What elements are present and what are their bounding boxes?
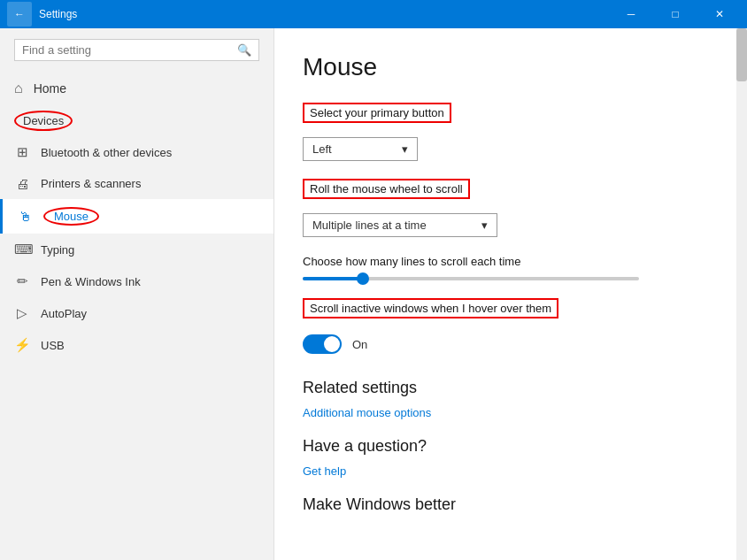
search-box[interactable]: 🔍 bbox=[14, 39, 259, 61]
sidebar-item-label: Pen & Windows Ink bbox=[41, 275, 141, 288]
slider-track bbox=[303, 277, 639, 280]
sidebar-item-autoplay[interactable]: ▷ AutoPlay bbox=[0, 297, 273, 329]
chevron-down-icon: ▾ bbox=[402, 142, 408, 156]
lines-label: Choose how many lines to scroll each tim… bbox=[303, 255, 712, 268]
scroll-chevron-icon: ▾ bbox=[481, 219, 488, 232]
home-icon: ⌂ bbox=[14, 81, 23, 96]
sidebar: 🔍 ⌂ Home Devices ⊞ Bluetooth & other dev… bbox=[0, 28, 274, 560]
sidebar-item-bluetooth[interactable]: ⊞ Bluetooth & other devices bbox=[0, 136, 273, 168]
home-label: Home bbox=[34, 81, 66, 96]
scroll-lines-slider[interactable] bbox=[303, 277, 639, 280]
scrollbar-track bbox=[736, 28, 747, 560]
minimize-icon: ─ bbox=[628, 8, 635, 20]
additional-mouse-options-link[interactable]: Additional mouse options bbox=[303, 406, 712, 419]
slider-fill bbox=[303, 277, 363, 280]
get-help-link[interactable]: Get help bbox=[303, 464, 712, 478]
primary-button-value: Left bbox=[312, 142, 332, 156]
toggle-knob bbox=[324, 336, 340, 352]
sidebar-item-mouse[interactable]: 🖱 Mouse bbox=[0, 199, 273, 234]
search-input[interactable] bbox=[22, 43, 237, 57]
toggle-status: On bbox=[352, 338, 367, 351]
back-icon: ← bbox=[14, 8, 25, 20]
main-layout: 🔍 ⌂ Home Devices ⊞ Bluetooth & other dev… bbox=[0, 28, 747, 560]
sidebar-item-home[interactable]: ⌂ Home bbox=[0, 72, 273, 105]
sidebar-item-usb[interactable]: ⚡ USB bbox=[0, 329, 273, 361]
typing-icon: ⌨ bbox=[14, 242, 30, 257]
search-icon: 🔍 bbox=[237, 43, 251, 57]
close-icon: ✕ bbox=[715, 8, 724, 20]
sidebar-item-typing[interactable]: ⌨ Typing bbox=[0, 234, 273, 265]
back-button[interactable]: ← bbox=[7, 2, 32, 27]
sidebar-item-label: Printers & scanners bbox=[41, 177, 141, 190]
bluetooth-icon: ⊞ bbox=[14, 144, 30, 160]
scroll-inactive-label: Scroll inactive windows when I hover ove… bbox=[303, 298, 558, 318]
mouse-icon: 🖱 bbox=[17, 209, 33, 224]
scroll-label: Roll the mouse wheel to scroll bbox=[303, 179, 470, 199]
sidebar-item-pen[interactable]: ✏ Pen & Windows Ink bbox=[0, 265, 273, 297]
scroll-select[interactable]: Multiple lines at a time ▾ bbox=[303, 213, 497, 237]
printer-icon: 🖨 bbox=[14, 176, 30, 191]
primary-button-label: Select your primary button bbox=[303, 103, 451, 123]
sidebar-item-label: USB bbox=[41, 339, 65, 352]
devices-section: Devices bbox=[0, 105, 273, 136]
maximize-button[interactable]: □ bbox=[655, 0, 696, 28]
sidebar-item-label: Typing bbox=[41, 243, 74, 257]
have-a-question-title: Have a question? bbox=[303, 437, 712, 456]
devices-label: Devices bbox=[14, 111, 73, 131]
scroll-value: Multiple lines at a time bbox=[312, 219, 427, 232]
scroll-inactive-toggle[interactable] bbox=[303, 334, 342, 354]
content-area: Mouse Select your primary button Left ▾ … bbox=[274, 28, 747, 560]
primary-button-select[interactable]: Left ▾ bbox=[303, 137, 418, 161]
sidebar-item-label: AutoPlay bbox=[41, 307, 87, 320]
sidebar-item-printers[interactable]: 🖨 Printers & scanners bbox=[0, 168, 273, 199]
pen-icon: ✏ bbox=[14, 273, 30, 289]
close-button[interactable]: ✕ bbox=[699, 0, 740, 28]
page-title: Mouse bbox=[303, 53, 712, 81]
autoplay-icon: ▷ bbox=[14, 305, 30, 321]
usb-icon: ⚡ bbox=[14, 337, 30, 353]
window-controls: ─ □ ✕ bbox=[611, 0, 740, 28]
slider-thumb[interactable] bbox=[357, 272, 369, 285]
minimize-button[interactable]: ─ bbox=[611, 0, 651, 28]
maximize-icon: □ bbox=[672, 8, 678, 20]
app-title: Settings bbox=[39, 8, 611, 20]
sidebar-item-label: Bluetooth & other devices bbox=[41, 146, 172, 159]
mouse-label: Mouse bbox=[43, 207, 99, 226]
scrollbar-thumb[interactable] bbox=[736, 28, 747, 81]
make-windows-better-title: Make Windows better bbox=[303, 495, 712, 514]
scroll-inactive-toggle-row: On bbox=[303, 334, 712, 354]
related-settings-title: Related settings bbox=[303, 379, 712, 397]
titlebar: ← Settings ─ □ ✕ bbox=[0, 0, 747, 28]
